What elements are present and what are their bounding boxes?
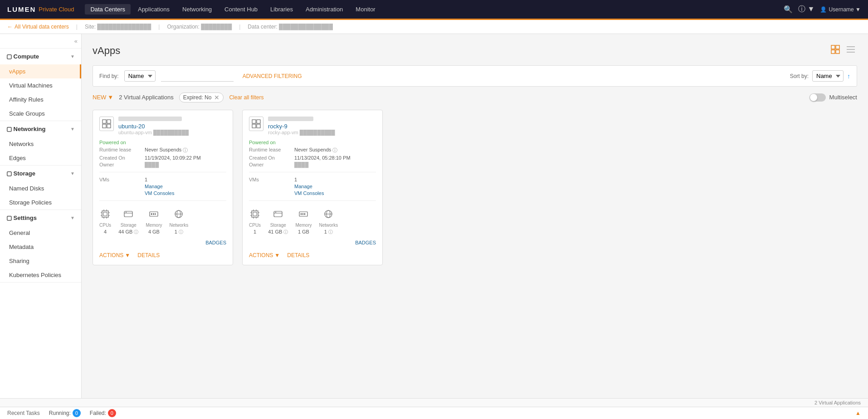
sort-direction-icon[interactable]: ↑ xyxy=(847,73,850,80)
memory-label-1: Memory xyxy=(295,223,312,228)
actions-label-1: ACTIONS xyxy=(249,252,273,258)
vms-value-0: 1 xyxy=(145,177,147,182)
sidebar-collapse-btn[interactable]: « xyxy=(0,34,81,49)
sidebar-item-vapps[interactable]: vApps xyxy=(0,64,81,78)
vm-consoles-link-0[interactable]: VM Consoles xyxy=(145,190,174,196)
created-on-row-0: Created On 11/19/2024, 10:09:22 PM xyxy=(99,155,226,161)
svg-rect-10 xyxy=(107,124,111,128)
sidebar-item-edges[interactable]: Edges xyxy=(0,151,81,165)
status-footer: 2 Virtual Applications xyxy=(0,398,868,407)
org-label: Organization: xyxy=(167,24,199,30)
svg-rect-27 xyxy=(155,213,156,215)
storage-resource-1: Storage 41 GB ⓘ xyxy=(268,209,288,235)
bc-dc: Data center: ██████████████ xyxy=(248,24,333,30)
sidebar-item-kubernetes-policies[interactable]: Kubernetes Policies xyxy=(0,268,81,282)
new-button[interactable]: NEW ▼ xyxy=(93,92,113,102)
filter-bar: Find by: Name ADVANCED FILTERING Sort by… xyxy=(93,65,857,87)
grid-view-btn[interactable] xyxy=(829,43,842,58)
user-menu[interactable]: 👤 Username ▼ xyxy=(820,6,861,13)
nav-item-applications[interactable]: Applications xyxy=(132,4,175,15)
badges-link-0[interactable]: BADGES xyxy=(205,240,226,245)
sidebar-item-storage-policies[interactable]: Storage Policies xyxy=(0,195,81,210)
advanced-filter-link[interactable]: ADVANCED FILTERING xyxy=(243,73,302,79)
details-button-1[interactable]: DETAILS xyxy=(287,252,309,258)
compute-chevron: ▼ xyxy=(70,54,75,59)
manage-link-0[interactable]: Manage xyxy=(145,184,163,189)
sort-select[interactable]: Name xyxy=(812,70,844,82)
vm-consoles-link-1[interactable]: VM Consoles xyxy=(294,190,324,196)
findby-select[interactable]: Name xyxy=(124,70,156,82)
card-name-1[interactable]: rocky-9 xyxy=(268,123,335,130)
vms-row-0: VMs 1 xyxy=(99,177,226,182)
sort-label: Sort by: xyxy=(790,73,809,79)
nav-item-administration[interactable]: Administration xyxy=(300,4,348,15)
card-name-0[interactable]: ubuntu-20 xyxy=(118,123,189,130)
runtime-lease-value-1: Never Suspends xyxy=(294,147,331,154)
cpus-label-1: CPUs xyxy=(249,223,261,228)
details-button-0[interactable]: DETAILS xyxy=(137,252,160,258)
failed-count-badge: 0 xyxy=(108,409,116,417)
sidebar-item-networks[interactable]: Networks xyxy=(0,137,81,151)
bc-sep3: | xyxy=(239,24,240,30)
created-on-value-0: 11/19/2024, 10:09:22 PM xyxy=(145,155,201,161)
owner-label-0: Owner xyxy=(99,162,145,167)
runtime-info-icon-1: ⓘ xyxy=(332,147,337,154)
sidebar-item-vms[interactable]: Virtual Machines xyxy=(0,78,81,93)
recent-tasks-label: Recent Tasks xyxy=(7,410,40,416)
runtime-lease-row-1: Runtime lease Never Suspends ⓘ xyxy=(249,147,376,154)
multiselect-toggle[interactable] xyxy=(809,93,826,102)
networks-resource-1: Networks 1 ⓘ xyxy=(319,209,338,235)
sidebar-item-general[interactable]: General xyxy=(0,226,81,240)
actions-chevron-icon-1: ▼ xyxy=(274,252,280,258)
help-icon[interactable]: ⓘ ▼ xyxy=(798,5,814,14)
sidebar-item-metadata[interactable]: Metadata xyxy=(0,240,81,254)
cpus-value-0: 4 xyxy=(104,229,107,234)
sidebar-item-affinity-rules[interactable]: Affinity Rules xyxy=(0,93,81,107)
nav-items: Data Centers Applications Networking Con… xyxy=(85,4,784,15)
sidebar-section-settings-header[interactable]: ▢ Settings ▼ xyxy=(0,210,81,226)
sidebar-item-scale-groups[interactable]: Scale Groups xyxy=(0,107,81,121)
top-navigation: LUMEN Private Cloud Data Centers Applica… xyxy=(0,0,868,20)
filter-input[interactable] xyxy=(161,71,234,82)
vms-label-0: VMs xyxy=(99,177,145,182)
svg-rect-45 xyxy=(274,211,282,217)
list-view-btn[interactable] xyxy=(844,43,857,58)
back-link-label[interactable]: All Virtual data centers xyxy=(15,24,69,30)
actions-button-1[interactable]: ACTIONS ▼ xyxy=(249,252,280,258)
networking-chevron: ▼ xyxy=(70,127,75,132)
scroll-to-top-btn[interactable]: ▲ xyxy=(855,410,861,416)
search-icon[interactable]: 🔍 xyxy=(784,5,793,14)
nav-item-monitor[interactable]: Monitor xyxy=(350,4,380,15)
nav-item-libraries[interactable]: Libraries xyxy=(265,4,298,15)
storage-label-1: Storage xyxy=(270,223,286,228)
sidebar-section-storage-header[interactable]: ▢ Storage ▼ xyxy=(0,166,81,181)
storage-value-0: 44 GB ⓘ xyxy=(118,229,138,235)
svg-rect-1 xyxy=(836,45,839,49)
sidebar-item-named-disks[interactable]: Named Disks xyxy=(0,181,81,195)
created-on-row-1: Created On 11/13/2024, 05:28:10 PM xyxy=(249,155,376,161)
actions-button-0[interactable]: ACTIONS ▼ xyxy=(99,252,130,258)
card-info-1: Runtime lease Never Suspends ⓘ Created O… xyxy=(249,147,376,167)
vapp-card-1: rocky-9 rocky-app-vm ██████████ Powered … xyxy=(242,110,383,265)
compute-label: ▢ Compute xyxy=(6,53,39,60)
owner-label-1: Owner xyxy=(249,162,294,167)
back-arrow-icon: ← xyxy=(7,24,13,30)
result-count: 2 Virtual Applications xyxy=(119,94,173,101)
cpu-icon-0 xyxy=(100,209,110,221)
nav-item-networking[interactable]: Networking xyxy=(177,4,217,15)
nav-item-datacenters[interactable]: Data Centers xyxy=(85,4,131,15)
card-actions-0: ACTIONS ▼ DETAILS xyxy=(99,248,226,258)
badges-link-1[interactable]: BADGES xyxy=(355,240,376,245)
sidebar-section-compute-header[interactable]: ▢ Compute ▼ xyxy=(0,49,81,64)
manage-link-1[interactable]: Manage xyxy=(294,184,312,189)
nav-item-contenthub[interactable]: Content Hub xyxy=(219,4,263,15)
back-link[interactable]: ← All Virtual data centers xyxy=(7,24,69,30)
networks-resource-0: Networks 1 ⓘ xyxy=(170,209,189,235)
sidebar-item-sharing[interactable]: Sharing xyxy=(0,254,81,268)
page-title: vApps xyxy=(93,45,120,57)
svg-point-47 xyxy=(275,212,276,213)
clear-filters-link[interactable]: Clear all filters xyxy=(229,94,263,101)
expired-filter-remove-btn[interactable]: ✕ xyxy=(214,94,219,101)
sidebar-section-networking-header[interactable]: ▢ Networking ▼ xyxy=(0,121,81,137)
svg-rect-8 xyxy=(107,120,111,123)
